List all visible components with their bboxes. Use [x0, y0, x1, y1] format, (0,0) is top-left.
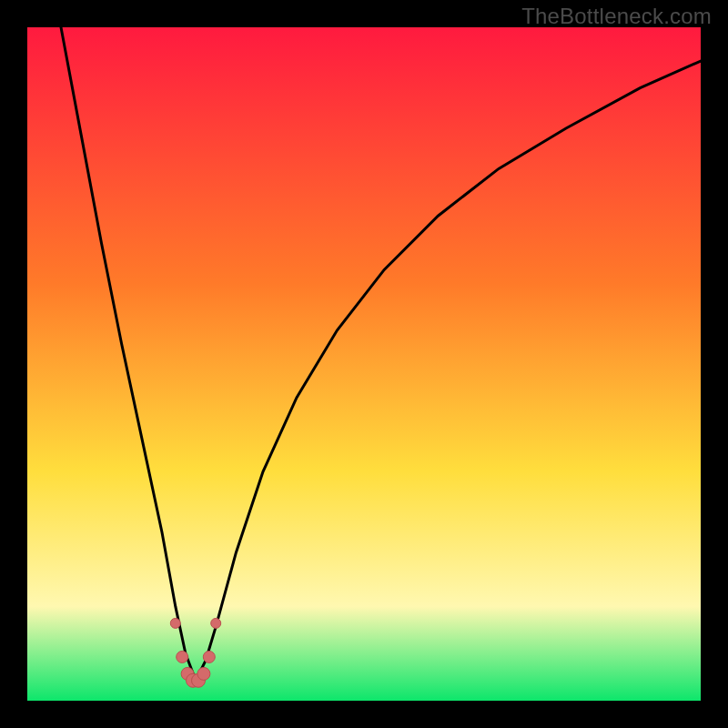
watermark-text: TheBottleneck.com — [521, 4, 712, 29]
curve-marker — [170, 618, 180, 628]
chart-frame: TheBottleneck.com — [0, 0, 728, 728]
plot-area — [27, 27, 701, 701]
curve-marker — [211, 618, 221, 628]
curve-marker — [177, 651, 188, 662]
gradient-background — [27, 27, 701, 701]
chart-svg — [27, 27, 701, 701]
curve-marker — [197, 667, 210, 680]
curve-marker — [203, 651, 215, 662]
